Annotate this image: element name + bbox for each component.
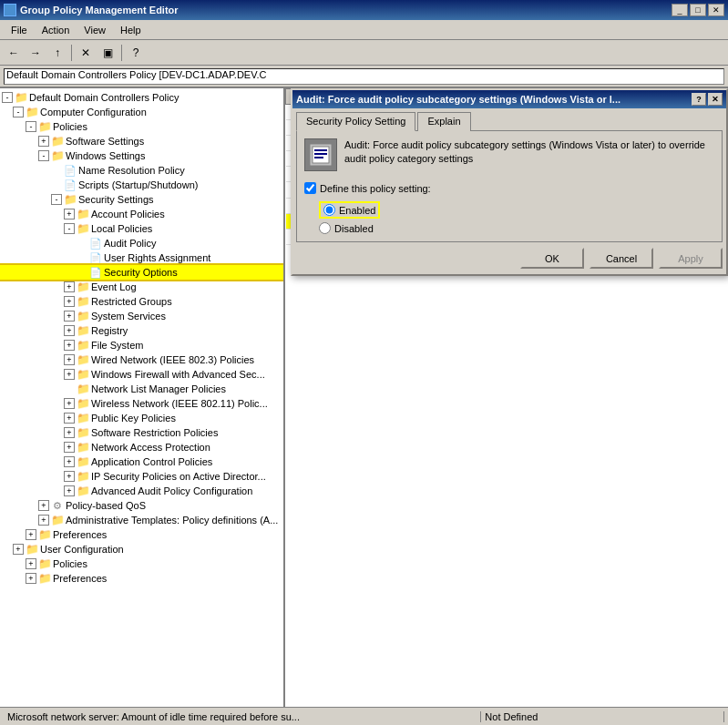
tree-item-preferences-computer[interactable]: + 📁 Preferences	[0, 527, 283, 542]
tree-item-security-options[interactable]: 📄 Security Options	[0, 265, 283, 280]
expander-security-settings[interactable]: -	[51, 194, 62, 205]
up-button[interactable]: ↑	[47, 43, 67, 63]
tree-item-software-settings[interactable]: + 📁 Software Settings	[0, 134, 283, 148]
expander-app-control[interactable]: +	[64, 456, 75, 467]
tree-item-wireless-network[interactable]: + 📁 Wireless Network (IEEE 802.11) Polic…	[0, 396, 283, 411]
define-policy-checkbox[interactable]	[304, 182, 316, 194]
tree-item-user-preferences[interactable]: + 📁 Preferences	[0, 571, 283, 586]
maximize-button[interactable]: □	[690, 4, 706, 16]
expander-system-services[interactable]: +	[64, 311, 75, 322]
tree-item-policies[interactable]: - 📁 Policies	[0, 119, 283, 134]
tree-label-software-restriction: Software Restriction Policies	[91, 427, 218, 438]
menu-action[interactable]: Action	[35, 23, 77, 37]
tab-security-policy[interactable]: Security Policy Setting	[296, 112, 415, 131]
doc-icon-name-resolution: 📄	[64, 164, 77, 177]
tree-item-restricted-groups[interactable]: + 📁 Restricted Groups	[0, 294, 283, 309]
menu-file[interactable]: File	[4, 23, 35, 37]
folder-icon-root: 📁	[15, 91, 27, 104]
tree-item-user-rights[interactable]: 📄 User Rights Assignment	[0, 250, 283, 265]
doc-icon-security-options: 📄	[89, 266, 102, 279]
tree-item-root[interactable]: - 📁 Default Domain Controllers Policy	[0, 90, 283, 105]
expander-windows-settings[interactable]: -	[38, 150, 49, 161]
tree-item-wired-network[interactable]: + 📁 Wired Network (IEEE 802.3) Policies	[0, 352, 283, 367]
tree-item-local-policies[interactable]: - 📁 Local Policies	[0, 221, 283, 236]
expander-file-system[interactable]: +	[64, 340, 75, 351]
tree-label-public-key: Public Key Policies	[91, 413, 176, 424]
tree-label-network-access: Network Access Protection	[91, 442, 210, 453]
expander-root[interactable]: -	[2, 92, 13, 103]
expander-advanced-audit[interactable]: +	[64, 485, 75, 496]
tree-item-software-restriction[interactable]: + 📁 Software Restriction Policies	[0, 425, 283, 440]
spacer-audit-policy	[77, 238, 87, 249]
expander-registry[interactable]: +	[64, 325, 75, 336]
cancel-button[interactable]: Cancel	[590, 248, 653, 269]
tab-explain[interactable]: Explain	[417, 112, 470, 131]
radio-enabled-highlight: Enabled	[319, 201, 380, 219]
tree-item-windows-settings[interactable]: - 📁 Windows Settings	[0, 148, 283, 163]
tree-item-network-list[interactable]: 📁 Network List Manager Policies	[0, 382, 283, 396]
back-button[interactable]: ←	[4, 43, 24, 63]
expander-user-config[interactable]: +	[13, 544, 24, 555]
tree-item-network-access[interactable]: + 📁 Network Access Protection	[0, 440, 283, 454]
dialog-close-button[interactable]: ✕	[708, 93, 723, 106]
expander-ip-security[interactable]: +	[64, 471, 75, 482]
expander-wired-network[interactable]: +	[64, 354, 75, 365]
folder-icon-policies: 📁	[38, 120, 51, 133]
menu-view[interactable]: View	[77, 23, 113, 37]
folder-icon-event-log: 📁	[77, 281, 89, 293]
delete-button[interactable]: ✕	[76, 43, 96, 63]
tree-item-advanced-audit[interactable]: + 📁 Advanced Audit Policy Configuration	[0, 484, 283, 498]
expander-restricted-groups[interactable]: +	[64, 296, 75, 307]
tree-item-account-policies[interactable]: + 📁 Account Policies	[0, 207, 283, 221]
tree-item-app-control[interactable]: + 📁 Application Control Policies	[0, 454, 283, 469]
folder-icon-ip-security: 📁	[77, 470, 89, 483]
radio-disabled-label: Disabled	[334, 223, 374, 234]
menu-help[interactable]: Help	[113, 23, 149, 37]
expander-local-policies[interactable]: -	[64, 223, 75, 234]
forward-button[interactable]: →	[26, 43, 46, 63]
minimize-button[interactable]: _	[672, 4, 688, 16]
address-field[interactable]: Default Domain Controllers Policy [DEV-D…	[4, 68, 724, 85]
expander-user-preferences[interactable]: +	[26, 573, 36, 584]
tree-item-qos[interactable]: + ⚙ Policy-based QoS	[0, 498, 283, 513]
tree-item-admin-templates[interactable]: + 📁 Administrative Templates: Policy def…	[0, 513, 283, 527]
close-button[interactable]: ✕	[708, 4, 724, 16]
ok-button[interactable]: OK	[520, 248, 584, 269]
expander-preferences-computer[interactable]: +	[26, 529, 36, 540]
expander-policies[interactable]: -	[26, 121, 36, 132]
expander-qos[interactable]: +	[38, 500, 49, 511]
tree-item-registry[interactable]: + 📁 Registry	[0, 323, 283, 338]
properties-button[interactable]: ▣	[97, 43, 118, 63]
tree-item-ip-security[interactable]: + 📁 IP Security Policies on Active Direc…	[0, 469, 283, 484]
tree-item-system-services[interactable]: + 📁 System Services	[0, 309, 283, 323]
dialog-help-button[interactable]: ?	[692, 93, 706, 106]
tree-item-audit-policy[interactable]: 📄 Audit Policy	[0, 236, 283, 250]
tree-item-user-config[interactable]: + 📁 User Configuration	[0, 542, 283, 557]
tree-item-name-resolution[interactable]: 📄 Name Resolution Policy	[0, 163, 283, 178]
expander-software-restriction[interactable]: +	[64, 427, 75, 438]
tree-item-user-policies[interactable]: + 📁 Policies	[0, 557, 283, 571]
expander-event-log[interactable]: +	[64, 281, 75, 292]
radio-disabled[interactable]	[319, 222, 331, 234]
expander-account-policies[interactable]: +	[64, 209, 75, 220]
tree-item-windows-firewall[interactable]: + 📁 Windows Firewall with Advanced Sec..…	[0, 367, 283, 382]
folder-icon-network-access: 📁	[77, 441, 89, 454]
radio-enabled[interactable]	[323, 204, 335, 216]
tree-item-file-system[interactable]: + 📁 File System	[0, 338, 283, 352]
expander-software-settings[interactable]: +	[38, 136, 49, 147]
tree-item-security-settings[interactable]: - 📁 Security Settings	[0, 192, 283, 207]
apply-button[interactable]: Apply	[659, 248, 723, 269]
expander-admin-templates[interactable]: +	[38, 515, 49, 526]
expander-wireless-network[interactable]: +	[64, 398, 75, 409]
expander-computer-config[interactable]: -	[13, 107, 24, 117]
tree-item-public-key[interactable]: + 📁 Public Key Policies	[0, 411, 283, 425]
folder-icon-local-policies: 📁	[77, 222, 89, 235]
tree-item-scripts[interactable]: 📄 Scripts (Startup/Shutdown)	[0, 178, 283, 192]
tree-item-event-log[interactable]: + 📁 Event Log	[0, 280, 283, 294]
expander-network-access[interactable]: +	[64, 442, 75, 453]
expander-public-key[interactable]: +	[64, 413, 75, 424]
help-button[interactable]: ?	[126, 43, 146, 63]
expander-windows-firewall[interactable]: +	[64, 369, 75, 380]
tree-item-computer-config[interactable]: - 📁 Computer Configuration	[0, 105, 283, 119]
expander-user-policies[interactable]: +	[26, 558, 36, 569]
